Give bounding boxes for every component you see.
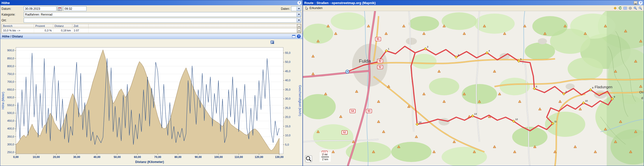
cell-bereich: 10,0 % bis --> <box>2 28 34 33</box>
daten-label: Daten: <box>281 7 291 11</box>
kategorie-label: Kategorie: <box>2 13 24 16</box>
table-row[interactable]: 10,0 % bis --> 0,3 % 0,18 km 1:07 <box>2 28 301 33</box>
svg-text:450,0: 450,0 <box>7 119 14 122</box>
scale-km: 2 km <box>321 157 329 161</box>
svg-text:650,0: 650,0 <box>7 88 14 91</box>
zoom-out-icon[interactable] <box>282 40 286 44</box>
svg-text:7: 7 <box>565 90 567 93</box>
svg-text:30,0: 30,0 <box>285 97 290 100</box>
daten-combobox[interactable] <box>291 6 301 11</box>
svg-text:Fladungen: Fladungen <box>595 85 612 89</box>
kategorie-dropdown-arrow[interactable] <box>297 12 301 17</box>
svg-text:45,0: 45,0 <box>285 70 290 73</box>
cell-prozent: 0,3 % <box>34 28 53 33</box>
header-prozent[interactable]: Prozent <box>34 24 53 28</box>
svg-text:250,0: 250,0 <box>7 151 14 154</box>
svg-text:Distanz (Kilometer): Distanz (Kilometer) <box>135 160 164 164</box>
minimize-button[interactable]: ▁ <box>634 1 637 5</box>
svg-text:8: 8 <box>592 86 593 89</box>
window-layout-icon[interactable] <box>292 34 296 38</box>
svg-text:130,00: 130,00 <box>275 155 284 158</box>
svg-text:90,00: 90,00 <box>195 155 202 158</box>
settings-gear-icon[interactable] <box>628 6 632 10</box>
svg-text:14: 14 <box>419 121 422 123</box>
svg-text:40,0: 40,0 <box>285 79 290 82</box>
svg-text:Geschwindigkeit (km/h): Geschwindigkeit (km/h) <box>298 85 302 116</box>
svg-text:93: 93 <box>368 110 371 112</box>
svg-text:3: 3 <box>458 54 459 56</box>
scroll-up-arrow[interactable]: ▲ <box>297 24 301 28</box>
svg-text:800,0: 800,0 <box>7 65 14 68</box>
table-header-row: Bereich Prozent Distanz Zeit <box>2 24 301 28</box>
svg-text:Fulda: Fulda <box>359 58 371 64</box>
kategorie-combobox[interactable]: Radfahren: Rennrad <box>24 12 301 17</box>
svg-text:300,0: 300,0 <box>7 143 14 146</box>
svg-text:35,0: 35,0 <box>285 88 290 91</box>
svg-text:10,00: 10,00 <box>33 155 40 158</box>
svg-text:54: 54 <box>351 110 354 112</box>
svg-text:700,0: 700,0 <box>7 80 14 83</box>
svg-text:50,00: 50,00 <box>114 155 121 158</box>
map-area: 123456789101112131491929254935251FuldaFl… <box>303 11 644 166</box>
header-distanz[interactable]: Distanz <box>53 24 72 28</box>
map-help-button[interactable]: ? <box>639 1 642 5</box>
map-zoom-control[interactable] <box>305 155 312 162</box>
svg-text:25,0: 25,0 <box>285 106 290 109</box>
svg-text:550,0: 550,0 <box>7 104 14 107</box>
hoehe-titlebar: Höhe ? <box>0 0 302 5</box>
svg-text:6: 6 <box>536 85 537 88</box>
svg-text:60,00: 60,00 <box>134 155 141 158</box>
help-button[interactable]: ? <box>297 1 301 5</box>
datum-label: Datum: <box>2 7 24 11</box>
zoom-in-icon[interactable] <box>633 6 637 10</box>
header-zeit[interactable]: Zeit <box>72 24 89 28</box>
svg-text:4: 4 <box>488 49 490 52</box>
svg-text:50,0: 50,0 <box>285 60 290 63</box>
svg-text:92: 92 <box>379 66 382 68</box>
svg-text:1: 1 <box>388 47 389 50</box>
gradient-range-table: Bereich Prozent Distanz Zeit 10,0 % bis … <box>2 24 301 33</box>
svg-text:120,00: 120,00 <box>255 155 263 158</box>
data-table-icon[interactable] <box>623 6 627 10</box>
svg-text:400,0: 400,0 <box>7 127 14 130</box>
calendar-button[interactable] <box>57 6 62 11</box>
refresh-icon[interactable] <box>618 6 622 10</box>
map-canvas[interactable]: 123456789101112131491929254935251FuldaFl… <box>303 11 644 166</box>
kategorie-row: Kategorie: Radfahren: Rennrad <box>0 12 302 17</box>
svg-text:92: 92 <box>379 60 382 62</box>
svg-text:750,0: 750,0 <box>7 72 14 75</box>
svg-text:20,0: 20,0 <box>285 115 290 118</box>
datum-input[interactable]: 30.09.2023 <box>24 6 57 11</box>
map-window-title: Route : Straßen - openstreetmap.org (Map… <box>304 1 376 5</box>
track-form: Datum: 30.09.2023 09:32 Daten: <box>0 5 302 23</box>
calendar-icon <box>58 7 62 11</box>
cell-zeit: 1:07 <box>72 28 89 33</box>
svg-text:Höhe (Meter): Höhe (Meter) <box>1 92 5 109</box>
svg-text:70,00: 70,00 <box>154 155 161 158</box>
svg-text:5: 5 <box>520 58 521 60</box>
svg-text:350,0: 350,0 <box>7 135 14 138</box>
svg-text:5,0: 5,0 <box>285 143 289 146</box>
table-scrollbar[interactable]: ▲ ▼ <box>297 24 301 33</box>
svg-text:110,00: 110,00 <box>235 155 243 158</box>
daten-dropdown-arrow[interactable] <box>297 7 301 11</box>
cell-filler <box>89 28 301 33</box>
kategorie-value: Radfahren: Rennrad <box>25 13 297 16</box>
waypoint-diamond-icon[interactable] <box>613 6 617 10</box>
ort-dropdown-arrow[interactable] <box>297 18 301 22</box>
zoom-out-icon[interactable] <box>638 6 642 10</box>
header-bereich[interactable]: Bereich <box>2 24 34 28</box>
app-desktop: Höhe ? Datum: 30.09.2023 09:32 D <box>0 0 644 166</box>
chart-help-icon[interactable]: ? <box>297 34 301 38</box>
svg-text:10: 10 <box>585 99 588 102</box>
svg-text:13: 13 <box>474 112 477 115</box>
svg-text:100,00: 100,00 <box>214 155 223 158</box>
scroll-down-arrow[interactable]: ▼ <box>297 29 301 33</box>
ort-combobox[interactable] <box>24 18 301 23</box>
time-input[interactable]: 09:32 <box>63 6 87 11</box>
svg-text:52: 52 <box>343 131 346 134</box>
route-map-window: Route : Straßen - openstreetmap.org (Map… <box>303 0 644 166</box>
svg-text:91: 91 <box>377 38 380 40</box>
magnifier-icon <box>305 156 312 162</box>
ort-label: Ort: <box>2 19 24 22</box>
